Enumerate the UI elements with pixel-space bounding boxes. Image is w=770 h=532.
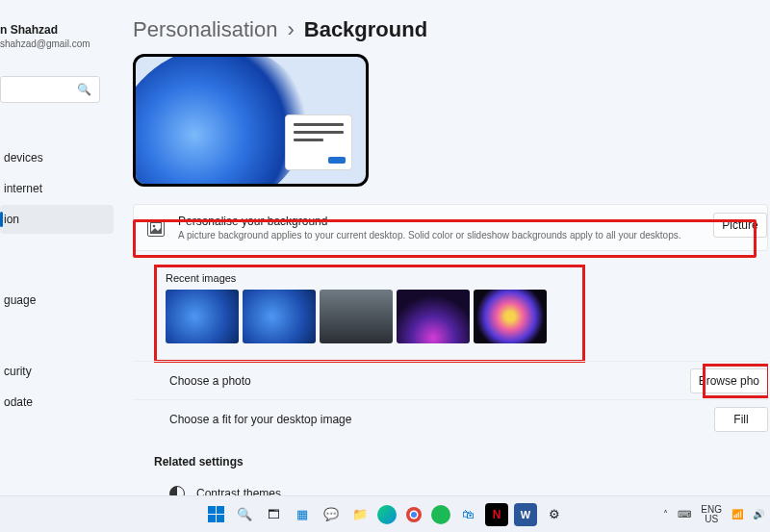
desktop-preview (133, 54, 369, 187)
user-email: shahzad@gmail.com (0, 38, 114, 49)
recent-image-2[interactable] (243, 290, 316, 343)
recent-image-3[interactable] (320, 290, 393, 343)
chat-icon[interactable]: 💬 (320, 503, 343, 526)
contrast-themes-row[interactable]: Contrast themes (133, 476, 768, 495)
sidebar-item-personalisation[interactable]: ion (0, 205, 114, 234)
task-view-icon[interactable]: 🗔 (262, 503, 285, 526)
language-indicator[interactable]: ENG US (701, 505, 722, 524)
sidebar-item-language[interactable]: guage (0, 286, 114, 315)
recent-image-5[interactable] (474, 290, 547, 343)
svg-point-4 (411, 512, 417, 518)
choose-fit-row: Choose a fit for your desktop image Fill (133, 399, 768, 438)
recent-image-1[interactable] (166, 290, 239, 343)
volume-icon[interactable]: 🔊 (753, 509, 764, 519)
preview-window (285, 114, 352, 170)
spotify-icon[interactable] (431, 505, 450, 524)
netflix-icon[interactable]: N (485, 503, 508, 526)
sidebar-item-security[interactable]: curity (0, 357, 114, 386)
browse-photos-button[interactable]: Browse pho (690, 368, 768, 393)
svg-point-1 (153, 224, 156, 227)
search-input[interactable]: 🔍 (0, 76, 100, 103)
recent-images-section: Recent images (133, 265, 768, 361)
sidebar-item-internet[interactable]: internet (0, 174, 114, 203)
wifi-icon[interactable]: 📶 (732, 509, 743, 519)
store-icon[interactable]: 🛍 (456, 503, 479, 526)
fit-dropdown[interactable]: Fill (714, 407, 768, 432)
word-icon[interactable]: W (514, 503, 537, 526)
background-type-dropdown[interactable]: Picture (713, 213, 767, 238)
breadcrumb-root[interactable]: Personalisation (133, 17, 277, 42)
image-icon (147, 219, 165, 237)
chrome-icon[interactable] (402, 503, 425, 526)
settings-icon[interactable]: ⚙ (543, 503, 566, 526)
taskbar-search-icon[interactable]: 🔍 (233, 503, 256, 526)
tray-keyboard-icon[interactable]: ⌨ (678, 509, 691, 519)
contrast-icon (169, 486, 185, 495)
contrast-themes-label: Contrast themes (196, 487, 281, 495)
choose-fit-label: Choose a fit for your desktop image (169, 413, 351, 426)
sidebar-nav: devices internet ion guage curity odate (0, 143, 114, 417)
recent-image-4[interactable] (397, 290, 470, 343)
taskbar: 🔍 🗔 ▦ 💬 📁 🛍 N W ⚙ ˄ ⌨ ENG US 📶 🔊 (0, 495, 770, 532)
file-explorer-icon[interactable]: 📁 (348, 503, 372, 526)
personalise-desc: A picture background applies to your cur… (178, 230, 681, 241)
choose-photo-row: Choose a photo Browse pho (133, 361, 768, 399)
user-name: n Shahzad (0, 23, 114, 37)
personalise-row[interactable]: Personalise your background A picture ba… (133, 204, 768, 251)
breadcrumb: Personalisation › Background (133, 17, 768, 42)
choose-photo-label: Choose a photo (169, 374, 251, 388)
widgets-icon[interactable]: ▦ (291, 503, 314, 526)
personalise-title: Personalise your background (178, 215, 681, 228)
edge-icon[interactable] (377, 505, 397, 524)
search-icon: 🔍 (77, 83, 91, 96)
tray-chevron-icon[interactable]: ˄ (663, 509, 668, 519)
breadcrumb-current: Background (304, 17, 427, 42)
recent-images-label: Recent images (166, 272, 755, 284)
chevron-right-icon: › (287, 17, 294, 42)
start-button[interactable] (204, 503, 227, 526)
sidebar-item-update[interactable]: odate (0, 388, 114, 417)
sidebar-item-devices[interactable]: devices (0, 143, 114, 172)
related-settings-title: Related settings (154, 455, 768, 469)
